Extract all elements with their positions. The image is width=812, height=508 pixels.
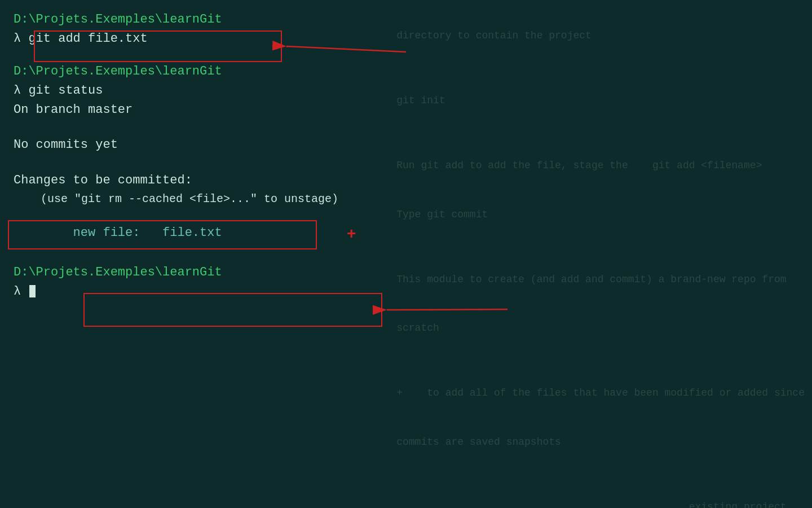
on-branch-line: On branch master (14, 100, 798, 120)
arrow-new-file (387, 309, 508, 310)
blank-line-3 (14, 208, 798, 224)
block-git-add: D:\Projets.Exemples\learnGit λ git add f… (14, 10, 798, 49)
no-commits-line: No commits yet (14, 135, 798, 155)
final-prompt-line: λ (14, 282, 798, 301)
terminal-window: directory to contain the project git ini… (0, 0, 812, 508)
changes-to-commit-line: Changes to be committed: (14, 171, 798, 190)
blank-line-2 (14, 155, 798, 171)
path-line-2: D:\Projets.Exemples\learnGit (14, 62, 798, 81)
plus-annotation: + (347, 225, 356, 243)
blank-line-4 (14, 243, 798, 263)
command-git-status: λ git status (14, 81, 798, 100)
path-line-1: D:\Projets.Exemples\learnGit (14, 10, 798, 29)
block-final-prompt: D:\Projets.Exemples\learnGit λ (14, 263, 798, 301)
new-file-line: new file: file.txt (14, 224, 798, 243)
command-git-add: λ git add file.txt (14, 29, 798, 49)
unstage-hint-line: (use "git rm --cached <file>..." to unst… (14, 190, 798, 208)
cursor (29, 285, 36, 297)
blank-line-1 (14, 120, 798, 135)
path-line-3: D:\Projets.Exemples\learnGit (14, 263, 798, 282)
block-git-status: D:\Projets.Exemples\learnGit λ git statu… (14, 62, 798, 263)
